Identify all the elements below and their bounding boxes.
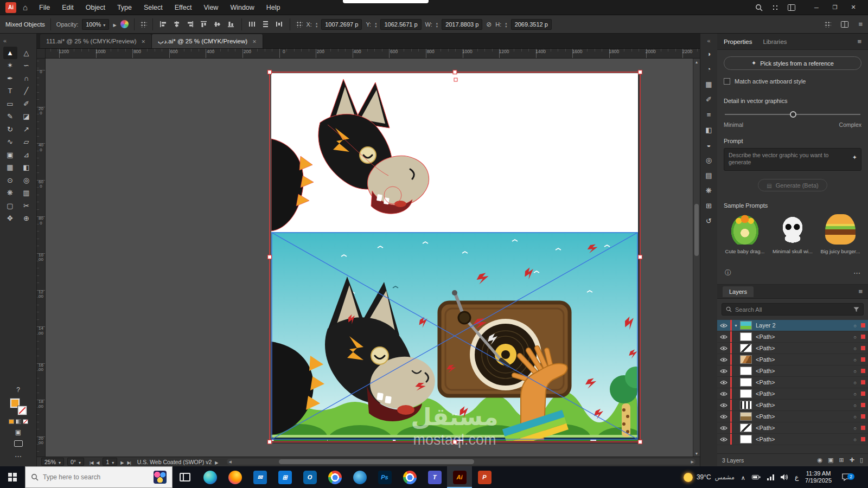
stroke-swatch[interactable]: [18, 406, 27, 415]
detail-slider[interactable]: [724, 111, 861, 118]
layer-thumbnail[interactable]: [740, 412, 752, 421]
taskbar-store[interactable]: ⊞: [272, 466, 297, 488]
start-button[interactable]: [0, 466, 25, 488]
width-tool[interactable]: ∿: [3, 136, 17, 149]
close-tab-icon[interactable]: [142, 38, 146, 44]
layer-row-path-4[interactable]: <Path>: [717, 365, 868, 377]
new-layer-icon[interactable]: ✚: [850, 457, 854, 464]
selection-indicator[interactable]: [861, 369, 865, 373]
layers-menu-icon[interactable]: [858, 287, 863, 296]
next-artboard-icon[interactable]: [120, 459, 124, 465]
arrange-documents-icon[interactable]: [771, 4, 779, 11]
layer-thumbnail[interactable]: [740, 423, 752, 432]
sample-prompt-dragon[interactable]: Cute baby drag...: [724, 214, 766, 254]
panel-menu-icon[interactable]: [857, 37, 861, 46]
layer-thumbnail[interactable]: [740, 401, 752, 409]
new-sublayer-icon[interactable]: ⊞: [839, 457, 844, 464]
layer-row-path-7[interactable]: <Path>: [717, 400, 868, 411]
x-field[interactable]: 1007.2697 p: [321, 19, 362, 30]
zoom-level-field[interactable]: 25%: [41, 458, 64, 466]
layer-row-path-3[interactable]: <Path>: [717, 354, 868, 365]
transform-grid-icon[interactable]: [824, 21, 831, 28]
drawing-mode-icon[interactable]: ▣: [15, 428, 21, 436]
visibility-toggle[interactable]: [717, 323, 730, 328]
type-tool[interactable]: T: [3, 85, 17, 98]
visibility-toggle[interactable]: [717, 426, 730, 431]
layers-panel-tab[interactable]: Layers: [723, 286, 754, 297]
taskbar-chrome[interactable]: [322, 466, 347, 488]
taskbar-edge-2[interactable]: [347, 466, 372, 488]
panel-color[interactable]: ◑: [702, 47, 716, 61]
target-circle-icon[interactable]: [854, 390, 857, 397]
layer-label[interactable]: <Path>: [756, 333, 854, 340]
layer-row-path-9[interactable]: <Path>: [717, 422, 868, 434]
taskbar-mail[interactable]: ✉: [247, 466, 272, 488]
visibility-toggle[interactable]: [717, 437, 730, 442]
layer-label[interactable]: <Path>: [756, 436, 854, 442]
layer-label[interactable]: <Path>: [756, 368, 854, 374]
rectangle-tool[interactable]: ▭: [3, 98, 17, 110]
expand-panels-icon[interactable]: [707, 35, 710, 45]
search-icon[interactable]: [755, 4, 763, 11]
pencil-tool[interactable]: ✎: [3, 111, 17, 123]
x-stepper[interactable]: [316, 21, 317, 28]
fill-stroke-widget[interactable]: [10, 399, 27, 415]
constrain-proportions-icon[interactable]: [486, 21, 492, 28]
align-right-icon[interactable]: [186, 19, 195, 30]
taskbar-firefox[interactable]: [222, 466, 247, 488]
tab-properties[interactable]: Properties: [724, 34, 752, 50]
sample-thumbnail[interactable]: [730, 214, 760, 245]
visibility-toggle[interactable]: [717, 403, 730, 408]
rotation-field[interactable]: 0°: [67, 458, 84, 466]
distribute-h-icon[interactable]: [247, 19, 257, 30]
horizontal-scrollbar[interactable]: ◀ ▶: [227, 459, 695, 465]
artboard-tool[interactable]: ▢: [3, 200, 17, 212]
search-highlight-sticker[interactable]: [154, 471, 167, 484]
style-grid-icon[interactable]: [140, 21, 147, 28]
help-icon[interactable]: [16, 384, 20, 394]
taskbar-task-view[interactable]: [173, 466, 197, 488]
menu-item[interactable]: Type: [111, 0, 138, 15]
w-field[interactable]: 2017.8803 p: [442, 19, 482, 30]
artwork-svg[interactable]: مستقل mostaql.com: [46, 59, 693, 457]
align-middle-v-icon[interactable]: [213, 19, 222, 30]
horizontal-ruler[interactable]: 1200100080060040020002004006008001000120…: [46, 49, 700, 58]
panel-swatches[interactable]: ▦: [702, 78, 716, 91]
volume-icon[interactable]: [781, 474, 788, 480]
y-stepper[interactable]: [375, 21, 376, 28]
workspace-switcher-icon[interactable]: [788, 4, 795, 11]
layer-row-layer-2[interactable]: ▾ Layer 2: [717, 320, 868, 331]
vertical-scroll-thumb[interactable]: [694, 204, 699, 256]
line-segment-tool[interactable]: ╱: [20, 85, 34, 98]
close-button[interactable]: [844, 0, 863, 15]
vertical-scrollbar[interactable]: [693, 59, 700, 457]
expand-layer-icon[interactable]: ▾: [732, 323, 740, 328]
visibility-toggle[interactable]: [717, 335, 730, 339]
home-icon[interactable]: [23, 3, 28, 12]
selection-indicator[interactable]: [861, 380, 865, 384]
panel-graphic-styles[interactable]: ▤: [702, 169, 716, 182]
zoom-tool[interactable]: ⊕: [20, 213, 34, 225]
opacity-field[interactable]: 100%: [82, 19, 109, 30]
previous-artboard-icon[interactable]: [96, 459, 99, 465]
document-tab-db[interactable]: دب.ai* @ 25 % (CMYK/Preview): [152, 34, 263, 48]
info-icon[interactable]: [725, 268, 731, 278]
vertical-ruler[interactable]: 0200400600800100012001400160018002000: [37, 59, 46, 457]
menu-item[interactable]: Window: [224, 0, 260, 15]
sample-thumbnail[interactable]: [825, 214, 856, 245]
delete-layer-icon[interactable]: ▯: [860, 457, 863, 464]
layers-search-input[interactable]: [735, 306, 850, 313]
layer-label[interactable]: <Path>: [756, 356, 854, 363]
artboard-number-field[interactable]: 1: [103, 458, 117, 466]
selection-tool[interactable]: ▲: [3, 47, 17, 59]
target-circle-icon[interactable]: [854, 333, 857, 340]
screen-mode-icon[interactable]: [14, 440, 23, 447]
network-icon[interactable]: [767, 474, 774, 480]
panel-appearance[interactable]: ◎: [702, 153, 716, 167]
visibility-toggle[interactable]: [717, 346, 730, 351]
visibility-toggle[interactable]: [717, 391, 730, 396]
weather-widget[interactable]: 39°C مشمس: [684, 473, 735, 482]
taskbar-edge[interactable]: [197, 466, 222, 488]
shape-builder-tool[interactable]: ▣: [3, 149, 17, 161]
target-circle-icon[interactable]: [854, 322, 857, 329]
